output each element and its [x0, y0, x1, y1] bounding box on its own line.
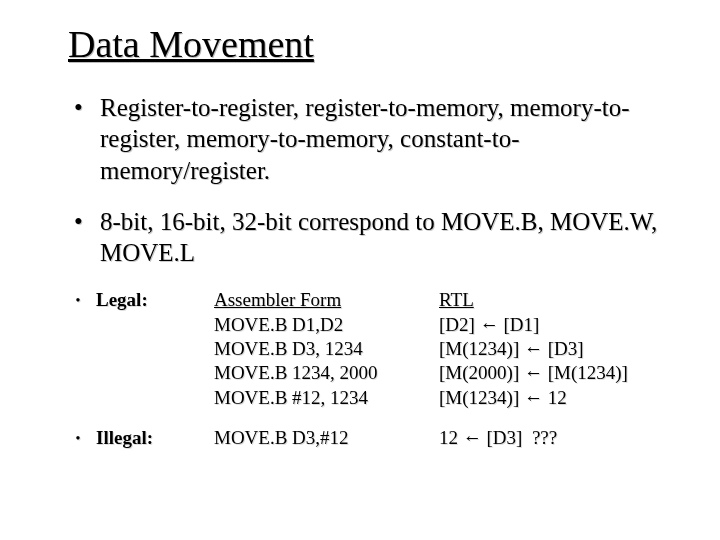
- assembler-header: Assembler Form: [214, 288, 439, 312]
- rtl-row: 12 ← [D3] ???: [439, 426, 680, 450]
- assembler-column: Assembler Form MOVE.B D1,D2 MOVE.B D3, 1…: [214, 288, 439, 410]
- illegal-label: Illegal:: [96, 426, 214, 450]
- rtl-column: 12 ← [D3] ???: [439, 426, 680, 450]
- bullet-item: Register-to-register, register-to-memory…: [60, 92, 680, 186]
- bullet-dot: •: [60, 288, 96, 314]
- asm-row: MOVE.B D1,D2: [214, 313, 439, 337]
- bullet-dot: •: [60, 426, 96, 452]
- bullet-item: 8-bit, 16-bit, 32-bit correspond to MOVE…: [60, 206, 680, 269]
- slide-title: Data Movement: [68, 22, 680, 66]
- illegal-block: • Illegal: MOVE.B D3,#12 12 ← [D3] ???: [60, 426, 680, 452]
- bullet-list: Register-to-register, register-to-memory…: [60, 92, 680, 268]
- rtl-row: [M(1234)] ← [D3]: [439, 337, 680, 361]
- asm-row: MOVE.B D3, 1234: [214, 337, 439, 361]
- legal-block: • Legal: Assembler Form MOVE.B D1,D2 MOV…: [60, 288, 680, 410]
- assembler-column: MOVE.B D3,#12: [214, 426, 439, 450]
- legal-label: Legal:: [96, 288, 214, 312]
- slide: Data Movement Register-to-register, regi…: [0, 0, 720, 540]
- rtl-column: RTL [D2] ← [D1] [M(1234)] ← [D3] [M(2000…: [439, 288, 680, 410]
- asm-row: MOVE.B #12, 1234: [214, 386, 439, 410]
- rtl-row: [M(1234)] ← 12: [439, 386, 680, 410]
- rtl-header: RTL: [439, 288, 680, 312]
- rtl-row: [D2] ← [D1]: [439, 313, 680, 337]
- asm-row: MOVE.B 1234, 2000: [214, 361, 439, 385]
- asm-row: MOVE.B D3,#12: [214, 426, 439, 450]
- rtl-row: [M(2000)] ← [M(1234)]: [439, 361, 680, 385]
